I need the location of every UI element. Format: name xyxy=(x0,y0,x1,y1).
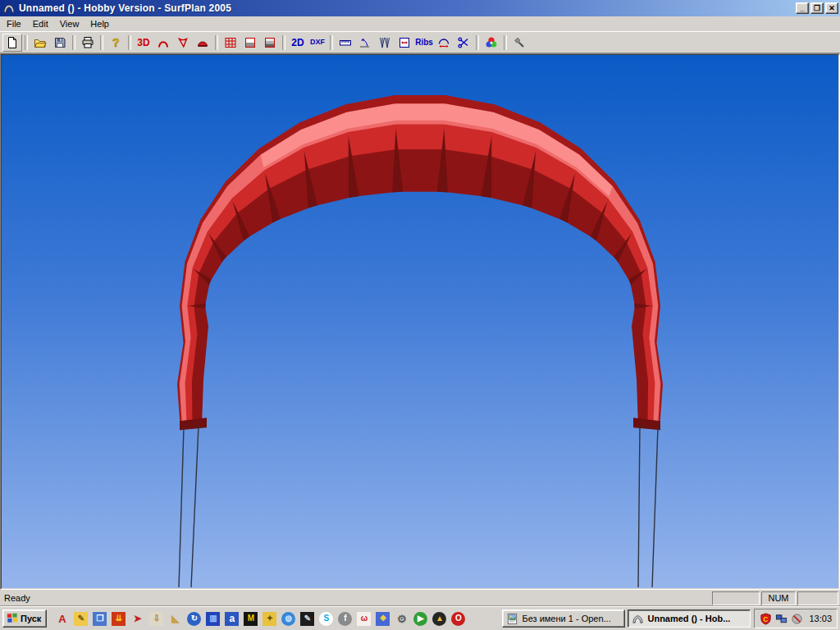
quick-launch-gear-icon[interactable]: ⚙ xyxy=(395,612,409,626)
restore-button[interactable]: ❐ xyxy=(810,2,824,14)
task-button-writer[interactable]: Без имени 1 - Open... xyxy=(502,609,625,628)
quick-launch-google-earth-icon[interactable]: ◍ xyxy=(281,612,295,626)
shaded-view-icon xyxy=(244,36,257,49)
quick-launch-theme-icon[interactable]: ❖ xyxy=(376,612,390,626)
status-cell-caps xyxy=(712,591,760,605)
toolbar: ?3D2DDXFRibs xyxy=(0,31,840,53)
view-3d-button[interactable]: 3D xyxy=(134,34,153,52)
toolbar-separator xyxy=(330,35,333,50)
planform-icon xyxy=(196,36,209,49)
task-button-label: Unnamed () - Hob... xyxy=(647,614,730,623)
tools-button[interactable] xyxy=(509,34,529,52)
quick-launch-sketch-icon[interactable]: ✎ xyxy=(300,612,314,626)
view-2d-button-label: 2D xyxy=(291,38,304,48)
profile-view-button[interactable] xyxy=(173,34,193,52)
surfplan-icon xyxy=(632,613,644,625)
tray-clock: 13:03 xyxy=(809,614,832,623)
aoa-icon xyxy=(358,36,372,49)
quick-launch-flash-player-icon[interactable]: f xyxy=(338,612,352,626)
new-document-icon xyxy=(6,36,19,49)
status-cell-scrl xyxy=(797,591,838,605)
bridle-line xyxy=(179,427,184,587)
ribs-button-label: Ribs xyxy=(415,39,433,47)
surfplan-app-icon xyxy=(2,2,16,15)
colors-button[interactable] xyxy=(482,34,501,52)
quick-launch-acdsee-icon[interactable]: A xyxy=(55,612,69,626)
task-button-surfplan[interactable]: Unnamed () - Hob... xyxy=(628,609,751,628)
svg-text:?: ? xyxy=(112,36,120,49)
bridle-lines-button[interactable] xyxy=(375,34,395,52)
profile-icon xyxy=(176,36,189,49)
svg-text:C: C xyxy=(764,614,769,623)
task-button-label: Без имени 1 - Open... xyxy=(522,614,610,623)
ribs-button[interactable]: Ribs xyxy=(414,34,434,52)
textured-view-icon xyxy=(263,36,276,49)
dxf-export-button-label: DXF xyxy=(310,39,325,46)
quick-launch-utility-icon[interactable]: ✦ xyxy=(262,612,276,626)
quick-launch-update-icon[interactable]: ↻ xyxy=(187,612,201,626)
quick-launch-aimp-icon[interactable]: ▲ xyxy=(432,612,446,626)
scissors-icon xyxy=(457,36,470,49)
textured-view-button[interactable] xyxy=(260,34,280,52)
wireframe-grid-icon xyxy=(224,36,237,49)
tray-network-icon[interactable] xyxy=(775,613,788,625)
view-2d-button[interactable]: 2D xyxy=(288,34,308,52)
close-button[interactable]: ✕ xyxy=(825,2,838,14)
quick-launch-lips-icon[interactable]: ω xyxy=(357,612,371,626)
start-button[interactable]: Пуск xyxy=(2,609,47,628)
planform-view-button[interactable] xyxy=(193,34,212,52)
save-floppy-icon xyxy=(53,36,66,49)
save-button[interactable] xyxy=(50,34,70,52)
start-button-label: Пуск xyxy=(21,614,41,623)
quick-launch-skype-icon[interactable]: S xyxy=(319,612,333,626)
quick-launch-download-master-icon[interactable]: ⇊ xyxy=(112,612,126,626)
menu-item-file[interactable]: File xyxy=(1,17,27,30)
dxf-export-button[interactable]: DXF xyxy=(308,34,327,52)
quick-launch-opera-icon[interactable]: O xyxy=(451,612,465,626)
windows-logo-icon xyxy=(7,612,18,625)
cut-panels-button[interactable] xyxy=(454,34,473,52)
quick-launch-letter-a-icon[interactable]: a xyxy=(225,612,239,626)
desktop-screen: Unnamed () - Hobby Version - SurfPlan 20… xyxy=(0,0,840,630)
open-file-button[interactable] xyxy=(30,34,50,52)
panel-width-icon xyxy=(398,36,411,49)
quick-launch-archiver-icon[interactable]: ✎ xyxy=(74,612,88,626)
toolbar-separator xyxy=(282,35,285,50)
help-button[interactable]: ? xyxy=(106,34,126,52)
quick-launch-goldwave-icon[interactable]: ◣ xyxy=(168,612,182,626)
arch-width-icon xyxy=(437,36,450,49)
tray-blocked-icon[interactable] xyxy=(791,613,803,625)
design-viewport[interactable] xyxy=(1,54,839,589)
menu-item-view[interactable]: View xyxy=(54,17,85,30)
taskbar: Пуск A✎❐⇊➤⇩◣↻▥aM✦◍✎Sfω❖⚙▶▲O Без имени 1 … xyxy=(0,606,840,630)
arch-width-button[interactable] xyxy=(434,34,454,52)
menu-item-help[interactable]: Help xyxy=(84,17,115,30)
minimize-button[interactable]: _ xyxy=(796,2,809,14)
new-file-button[interactable] xyxy=(2,34,22,52)
bridle-lines-icon xyxy=(378,36,391,49)
task-buttons: Без имени 1 - Open...Unnamed () - Hob... xyxy=(502,609,751,628)
kite-canvas xyxy=(2,55,838,588)
print-button[interactable] xyxy=(78,34,98,52)
quick-launch-downloader-icon[interactable]: ⇩ xyxy=(149,612,163,626)
quick-launch-flashget-icon[interactable]: ➤ xyxy=(130,612,144,626)
menu-item-edit[interactable]: Edit xyxy=(27,17,54,30)
quick-launch-show-desktop-icon[interactable]: ❐ xyxy=(93,612,107,626)
wireframe-view-button[interactable] xyxy=(221,34,240,52)
measure-button[interactable] xyxy=(336,34,355,52)
window-controls: _❐✕ xyxy=(794,2,838,14)
quick-launch-library-icon[interactable]: ▥ xyxy=(206,612,220,626)
toolbar-separator xyxy=(100,35,103,50)
panel-width-button[interactable] xyxy=(395,34,414,52)
quick-launch-media-player-icon[interactable]: ▶ xyxy=(413,612,427,626)
shaded-view-button[interactable] xyxy=(240,34,260,52)
openoffice-doc-icon xyxy=(506,613,518,625)
angle-of-attack-button[interactable] xyxy=(355,34,375,52)
menu-bar: FileEditViewHelp xyxy=(0,16,840,31)
print-icon xyxy=(81,36,94,49)
quick-launch-bat-icon[interactable]: M xyxy=(244,612,258,626)
window-title: Unnamed () - Hobby Version - SurfPlan 20… xyxy=(19,2,794,14)
quick-launch-bar: A✎❐⇊➤⇩◣↻▥aM✦◍✎Sfω❖⚙▶▲O xyxy=(55,612,465,626)
tray-antivirus-icon[interactable]: C xyxy=(760,613,772,625)
arch-view-button[interactable] xyxy=(153,34,173,52)
